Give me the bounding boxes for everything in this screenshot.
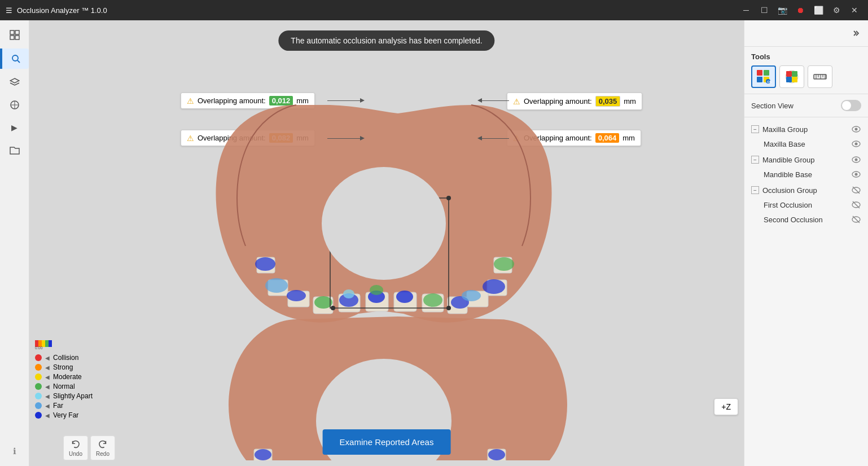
section-view-label: Section View bbox=[751, 102, 794, 110]
first-occlusion-visibility-icon[interactable] bbox=[851, 200, 861, 210]
collision-dot bbox=[35, 354, 42, 361]
measure-tool[interactable] bbox=[808, 65, 832, 88]
mandible-base-visibility-icon[interactable] bbox=[851, 169, 861, 179]
svg-rect-70 bbox=[45, 340, 49, 347]
screenshot-button[interactable]: 📷 bbox=[774, 2, 790, 18]
chevron-right-icon bbox=[851, 29, 860, 38]
record-button[interactable]: ⏺ bbox=[792, 2, 808, 18]
sidebar-item-grid[interactable] bbox=[5, 25, 25, 45]
svg-point-91 bbox=[855, 128, 858, 131]
notification-text: The automatic occlusion analysis has bee… bbox=[291, 36, 482, 45]
occlusion-group: − Occlusion Group First Occlusion bbox=[744, 183, 868, 227]
svg-point-63 bbox=[488, 449, 505, 460]
dental-model[interactable] bbox=[189, 77, 584, 460]
svg-point-35 bbox=[494, 257, 514, 271]
svg-rect-84 bbox=[814, 74, 826, 79]
svg-point-22 bbox=[255, 257, 275, 271]
mandible-expand-icon[interactable]: − bbox=[751, 156, 759, 164]
panel-toolbar bbox=[744, 20, 868, 47]
redo-button[interactable]: Redo bbox=[90, 436, 115, 460]
title-bar: ☰ Occlusion Analyzer ™ 1.0.0 ─ ☐ 📷 ⏺ ⬜ ⚙… bbox=[0, 0, 868, 20]
color-on-icon: ON bbox=[756, 69, 771, 85]
svg-point-40 bbox=[446, 306, 451, 310]
svg-rect-1 bbox=[15, 30, 19, 34]
mandible-visibility-icon[interactable] bbox=[851, 155, 861, 165]
layers-icon bbox=[10, 77, 20, 87]
svg-point-41 bbox=[322, 167, 446, 280]
occlusion-group-visibility-icon[interactable] bbox=[851, 185, 861, 195]
app-body: ▶ ℹ The automatic occlusion analysis has… bbox=[0, 20, 868, 466]
mandible-group-header[interactable]: − Mandible Group bbox=[744, 152, 868, 167]
undo-label: Undo bbox=[69, 451, 82, 457]
maxilla-base-visibility-icon[interactable] bbox=[851, 139, 861, 149]
minimize-button[interactable]: ─ bbox=[738, 2, 754, 18]
svg-rect-83 bbox=[792, 77, 797, 82]
color-on-tool[interactable]: ON bbox=[751, 65, 776, 88]
menu-icon[interactable]: ☰ bbox=[6, 6, 12, 15]
sidebar-item-shapes[interactable] bbox=[5, 95, 25, 115]
sidebar-item-folder[interactable] bbox=[5, 140, 25, 160]
sidebar-item-layers[interactable] bbox=[5, 72, 25, 93]
occlusion-expand-icon[interactable]: − bbox=[751, 186, 759, 194]
right-panel: Tools ON bbox=[744, 20, 868, 466]
moderate-dot bbox=[35, 373, 42, 380]
strong-dot bbox=[35, 364, 42, 371]
svg-rect-3 bbox=[15, 36, 19, 39]
legend-far-label: Far bbox=[53, 402, 63, 410]
tools-title: Tools bbox=[751, 52, 861, 61]
sidebar-item-play[interactable]: ▶ bbox=[5, 117, 25, 138]
tools-row: ON bbox=[751, 65, 861, 88]
settings-button[interactable]: ⚙ bbox=[828, 2, 844, 18]
first-occlusion-item[interactable]: First Occlusion bbox=[744, 197, 868, 212]
callout-br-value: 0,064 bbox=[595, 133, 620, 143]
svg-point-4 bbox=[12, 55, 18, 61]
legend-slightly-apart-label: Slightly Apart bbox=[53, 392, 93, 400]
legend-very-far-label: Very Far bbox=[53, 411, 78, 419]
second-occlusion-item[interactable]: Second Occlusion bbox=[744, 212, 868, 227]
legend-normal-label: Normal bbox=[53, 383, 75, 390]
grid-icon bbox=[10, 30, 20, 40]
undo-button[interactable]: Undo bbox=[63, 436, 88, 460]
maxilla-base-item[interactable]: Maxilla Base bbox=[744, 137, 868, 151]
svg-point-38 bbox=[446, 196, 451, 200]
svg-point-33 bbox=[462, 290, 481, 301]
arrow-br bbox=[481, 138, 509, 139]
svg-rect-71 bbox=[49, 340, 52, 347]
second-occlusion-visibility-icon[interactable] bbox=[851, 214, 861, 225]
zoom-z-button[interactable]: +Z bbox=[714, 398, 738, 415]
sidebar-item-info[interactable]: ℹ bbox=[5, 441, 25, 461]
svg-point-60 bbox=[255, 449, 271, 460]
svg-point-39 bbox=[331, 306, 335, 310]
color-tool[interactable] bbox=[779, 65, 804, 88]
svg-line-5 bbox=[17, 60, 20, 63]
svg-point-34 bbox=[483, 279, 505, 294]
maxilla-expand-icon[interactable]: − bbox=[751, 125, 759, 133]
svg-point-97 bbox=[855, 173, 858, 176]
legend-item-collision: ◀ Collision bbox=[35, 354, 93, 362]
section-view-toggle[interactable] bbox=[841, 100, 861, 111]
arrow-bl bbox=[327, 138, 361, 139]
legend-scale-icon: 0.00 bbox=[35, 338, 93, 350]
capture-button[interactable]: ⬜ bbox=[810, 2, 826, 18]
occlusion-group-header[interactable]: − Occlusion Group bbox=[744, 183, 868, 197]
maxilla-group-header[interactable]: − Maxilla Group bbox=[744, 122, 868, 137]
svg-rect-2 bbox=[10, 36, 14, 39]
svg-rect-0 bbox=[10, 30, 14, 34]
legend-strong-label: Strong bbox=[53, 363, 73, 371]
mandible-base-item[interactable]: Mandible Base bbox=[744, 167, 868, 182]
sidebar-item-search[interactable] bbox=[2, 49, 29, 69]
legend: 0.00 ◀ Collision ◀ Strong ◀ Moderate ◀ bbox=[35, 338, 93, 421]
svg-point-29 bbox=[370, 285, 383, 295]
svg-point-25 bbox=[314, 296, 332, 309]
svg-rect-81 bbox=[792, 71, 797, 77]
svg-point-27 bbox=[343, 289, 354, 298]
collapse-panel-button[interactable] bbox=[847, 25, 863, 42]
close-button[interactable]: ✕ bbox=[847, 2, 862, 18]
maximize-button[interactable]: ☐ bbox=[756, 2, 772, 18]
folder-icon bbox=[10, 145, 20, 155]
svg-point-95 bbox=[855, 159, 858, 161]
maxilla-visibility-icon[interactable] bbox=[851, 124, 861, 134]
examine-button[interactable]: Examine Reported Areas bbox=[323, 429, 451, 455]
scale-icon: 0.00 bbox=[35, 338, 52, 349]
svg-rect-73 bbox=[757, 70, 762, 76]
